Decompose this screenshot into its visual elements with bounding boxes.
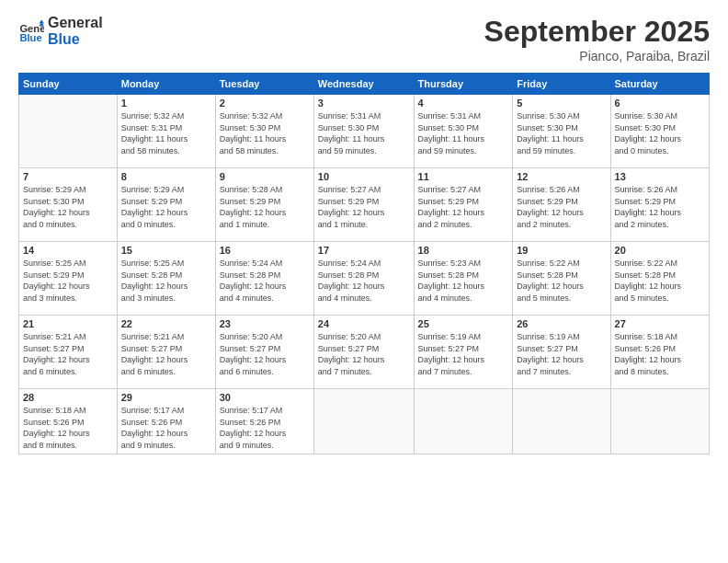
table-row: 12Sunrise: 5:26 AMSunset: 5:29 PMDayligh… — [513, 168, 610, 242]
day-info: Sunrise: 5:28 AMSunset: 5:29 PMDaylight:… — [220, 184, 310, 230]
day-number: 27 — [615, 318, 705, 329]
day-number: 7 — [23, 171, 113, 182]
day-info: Sunrise: 5:25 AMSunset: 5:28 PMDaylight:… — [121, 258, 211, 304]
table-row: 18Sunrise: 5:23 AMSunset: 5:28 PMDayligh… — [414, 242, 513, 316]
table-row: 4Sunrise: 5:31 AMSunset: 5:30 PMDaylight… — [414, 95, 513, 168]
table-row: 15Sunrise: 5:25 AMSunset: 5:28 PMDayligh… — [117, 242, 215, 316]
table-row — [414, 389, 513, 454]
table-row: 6Sunrise: 5:30 AMSunset: 5:30 PMDaylight… — [610, 95, 709, 168]
day-number: 9 — [220, 171, 310, 182]
col-tuesday: Tuesday — [215, 74, 313, 95]
day-number: 14 — [23, 245, 113, 256]
day-number: 13 — [615, 171, 705, 182]
day-number: 24 — [318, 318, 410, 329]
day-info: Sunrise: 5:30 AMSunset: 5:30 PMDaylight:… — [517, 110, 606, 156]
table-row: 7Sunrise: 5:29 AMSunset: 5:30 PMDaylight… — [19, 168, 118, 242]
day-info: Sunrise: 5:21 AMSunset: 5:27 PMDaylight:… — [23, 331, 113, 377]
table-row: 26Sunrise: 5:19 AMSunset: 5:27 PMDayligh… — [513, 316, 610, 389]
day-info: Sunrise: 5:27 AMSunset: 5:29 PMDaylight:… — [318, 184, 410, 230]
table-row: 14Sunrise: 5:25 AMSunset: 5:29 PMDayligh… — [19, 242, 118, 316]
day-number: 5 — [517, 98, 606, 109]
table-row: 28Sunrise: 5:18 AMSunset: 5:26 PMDayligh… — [19, 389, 118, 454]
table-row: 24Sunrise: 5:20 AMSunset: 5:27 PMDayligh… — [313, 316, 414, 389]
calendar-table: Sunday Monday Tuesday Wednesday Thursday… — [18, 73, 710, 454]
day-info: Sunrise: 5:27 AMSunset: 5:29 PMDaylight:… — [418, 184, 509, 230]
day-info: Sunrise: 5:19 AMSunset: 5:27 PMDaylight:… — [418, 331, 509, 377]
day-info: Sunrise: 5:21 AMSunset: 5:27 PMDaylight:… — [121, 331, 211, 377]
calendar-header-row: Sunday Monday Tuesday Wednesday Thursday… — [19, 74, 710, 95]
day-info: Sunrise: 5:23 AMSunset: 5:28 PMDaylight:… — [418, 258, 509, 304]
col-wednesday: Wednesday — [313, 74, 414, 95]
day-info: Sunrise: 5:29 AMSunset: 5:29 PMDaylight:… — [121, 184, 211, 230]
day-number: 8 — [121, 171, 211, 182]
day-number: 21 — [23, 318, 113, 329]
day-number: 2 — [220, 98, 310, 109]
table-row: 27Sunrise: 5:18 AMSunset: 5:26 PMDayligh… — [610, 316, 709, 389]
table-row: 9Sunrise: 5:28 AMSunset: 5:29 PMDaylight… — [215, 168, 313, 242]
day-info: Sunrise: 5:24 AMSunset: 5:28 PMDaylight:… — [318, 258, 410, 304]
day-info: Sunrise: 5:20 AMSunset: 5:27 PMDaylight:… — [318, 331, 410, 377]
day-number: 6 — [615, 98, 705, 109]
day-number: 3 — [318, 98, 410, 109]
location-subtitle: Pianco, Paraiba, Brazil — [484, 49, 710, 63]
logo: General Blue General Blue — [18, 15, 103, 47]
day-number: 26 — [517, 318, 606, 329]
table-row: 22Sunrise: 5:21 AMSunset: 5:27 PMDayligh… — [117, 316, 215, 389]
table-row — [19, 95, 118, 168]
logo-general: General — [48, 15, 103, 31]
day-info: Sunrise: 5:32 AMSunset: 5:31 PMDaylight:… — [121, 110, 211, 156]
day-info: Sunrise: 5:26 AMSunset: 5:29 PMDaylight:… — [517, 184, 606, 230]
table-row: 19Sunrise: 5:22 AMSunset: 5:28 PMDayligh… — [513, 242, 610, 316]
table-row: 17Sunrise: 5:24 AMSunset: 5:28 PMDayligh… — [313, 242, 414, 316]
day-info: Sunrise: 5:25 AMSunset: 5:29 PMDaylight:… — [23, 258, 113, 304]
table-row: 20Sunrise: 5:22 AMSunset: 5:28 PMDayligh… — [610, 242, 709, 316]
day-info: Sunrise: 5:17 AMSunset: 5:26 PMDaylight:… — [121, 405, 211, 451]
day-info: Sunrise: 5:22 AMSunset: 5:28 PMDaylight:… — [517, 258, 606, 304]
day-info: Sunrise: 5:20 AMSunset: 5:27 PMDaylight:… — [220, 331, 310, 377]
col-saturday: Saturday — [610, 74, 709, 95]
table-row — [513, 389, 610, 454]
day-info: Sunrise: 5:31 AMSunset: 5:30 PMDaylight:… — [418, 110, 509, 156]
page: General Blue General Blue September 2025… — [0, 0, 728, 563]
day-info: Sunrise: 5:30 AMSunset: 5:30 PMDaylight:… — [615, 110, 705, 156]
day-number: 11 — [418, 171, 509, 182]
day-number: 28 — [23, 392, 113, 403]
day-number: 20 — [615, 245, 705, 256]
day-number: 16 — [220, 245, 310, 256]
col-sunday: Sunday — [19, 74, 118, 95]
day-info: Sunrise: 5:19 AMSunset: 5:27 PMDaylight:… — [517, 331, 606, 377]
day-number: 12 — [517, 171, 606, 182]
table-row: 30Sunrise: 5:17 AMSunset: 5:26 PMDayligh… — [215, 389, 313, 454]
day-number: 25 — [418, 318, 509, 329]
col-thursday: Thursday — [414, 74, 513, 95]
day-number: 22 — [121, 318, 211, 329]
day-info: Sunrise: 5:32 AMSunset: 5:30 PMDaylight:… — [220, 110, 310, 156]
col-friday: Friday — [513, 74, 610, 95]
table-row: 10Sunrise: 5:27 AMSunset: 5:29 PMDayligh… — [313, 168, 414, 242]
table-row: 8Sunrise: 5:29 AMSunset: 5:29 PMDaylight… — [117, 168, 215, 242]
header: General Blue General Blue September 2025… — [18, 15, 710, 63]
day-info: Sunrise: 5:29 AMSunset: 5:30 PMDaylight:… — [23, 184, 113, 230]
day-number: 17 — [318, 245, 410, 256]
day-info: Sunrise: 5:22 AMSunset: 5:28 PMDaylight:… — [615, 258, 705, 304]
table-row: 21Sunrise: 5:21 AMSunset: 5:27 PMDayligh… — [19, 316, 118, 389]
col-monday: Monday — [117, 74, 215, 95]
day-info: Sunrise: 5:18 AMSunset: 5:26 PMDaylight:… — [615, 331, 705, 377]
day-info: Sunrise: 5:17 AMSunset: 5:26 PMDaylight:… — [220, 405, 310, 451]
table-row — [313, 389, 414, 454]
month-title: September 2025 — [484, 15, 710, 49]
day-number: 15 — [121, 245, 211, 256]
table-row: 25Sunrise: 5:19 AMSunset: 5:27 PMDayligh… — [414, 316, 513, 389]
table-row: 2Sunrise: 5:32 AMSunset: 5:30 PMDaylight… — [215, 95, 313, 168]
table-row: 29Sunrise: 5:17 AMSunset: 5:26 PMDayligh… — [117, 389, 215, 454]
day-info: Sunrise: 5:24 AMSunset: 5:28 PMDaylight:… — [220, 258, 310, 304]
day-number: 4 — [418, 98, 509, 109]
table-row: 3Sunrise: 5:31 AMSunset: 5:30 PMDaylight… — [313, 95, 414, 168]
table-row: 11Sunrise: 5:27 AMSunset: 5:29 PMDayligh… — [414, 168, 513, 242]
logo-blue: Blue — [48, 31, 103, 48]
logo-icon: General Blue — [18, 18, 44, 44]
title-block: September 2025 Pianco, Paraiba, Brazil — [484, 15, 710, 63]
day-number: 29 — [121, 392, 211, 403]
table-row — [610, 389, 709, 454]
table-row: 5Sunrise: 5:30 AMSunset: 5:30 PMDaylight… — [513, 95, 610, 168]
